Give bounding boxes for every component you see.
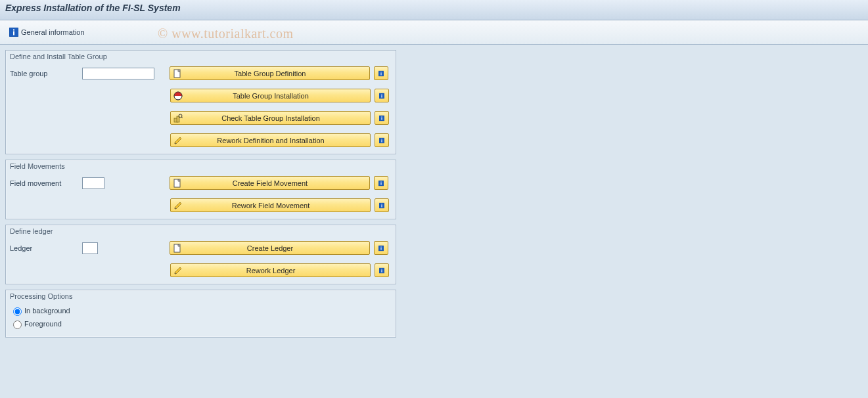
foreground-radio[interactable] bbox=[13, 321, 22, 329]
create-field-movement-info-button[interactable] bbox=[374, 176, 388, 190]
table-group-installation-info-button[interactable] bbox=[375, 89, 389, 102]
group-title: Processing Options bbox=[6, 290, 396, 304]
button-label: Create Field Movement bbox=[185, 179, 369, 187]
button-label: Create Ledger bbox=[185, 244, 369, 252]
button-label: Rework Definition and Installation bbox=[186, 137, 370, 144]
info-icon bbox=[9, 28, 18, 37]
group-define-ledger: Define ledger Ledger Create Ledger Rewor… bbox=[5, 225, 396, 284]
pencil-icon bbox=[171, 264, 186, 276]
general-information-label: General information bbox=[21, 28, 85, 36]
pencil-icon bbox=[171, 134, 186, 146]
check-table-group-installation-button[interactable]: Check Table Group Installation bbox=[170, 111, 371, 125]
new-document-icon bbox=[170, 67, 185, 79]
check-icon bbox=[171, 112, 186, 124]
group-processing-options: Processing Options In background Foregro… bbox=[5, 290, 396, 338]
info-icon bbox=[379, 201, 384, 210]
table-group-definition-info-button[interactable] bbox=[374, 66, 388, 80]
ledger-label: Ledger bbox=[10, 244, 82, 252]
group-title: Define ledger bbox=[6, 225, 396, 239]
group-title: Field Movements bbox=[6, 160, 396, 174]
rework-ledger-button[interactable]: Rework Ledger bbox=[170, 263, 371, 277]
info-icon bbox=[378, 69, 384, 78]
table-group-definition-button[interactable]: Table Group Definition bbox=[170, 66, 370, 80]
create-ledger-info-button[interactable] bbox=[374, 241, 388, 255]
new-document-icon bbox=[170, 242, 185, 254]
new-document-icon bbox=[170, 177, 185, 189]
button-label: Rework Field Movement bbox=[186, 202, 370, 210]
in-background-label[interactable]: In background bbox=[24, 307, 70, 315]
table-group-label: Table group bbox=[10, 70, 82, 77]
rework-field-movement-info-button[interactable] bbox=[375, 198, 389, 212]
button-label: Table Group Definition bbox=[185, 70, 369, 77]
info-icon bbox=[378, 244, 384, 253]
create-field-movement-button[interactable]: Create Field Movement bbox=[170, 176, 370, 190]
field-movement-input[interactable] bbox=[82, 177, 104, 189]
table-group-input[interactable] bbox=[82, 68, 154, 79]
group-field-movements: Field Movements Field movement Create Fi… bbox=[5, 160, 396, 219]
rework-ledger-info-button[interactable] bbox=[375, 263, 389, 277]
info-icon bbox=[378, 179, 384, 188]
group-define-install-table-group: Define and Install Table Group Table gro… bbox=[5, 50, 396, 154]
app-toolbar: General information bbox=[0, 20, 868, 45]
button-label: Table Group Installation bbox=[186, 92, 370, 100]
button-label: Rework Ledger bbox=[186, 267, 370, 275]
info-icon bbox=[379, 91, 384, 100]
rework-definition-installation-info-button[interactable] bbox=[375, 133, 389, 147]
info-icon bbox=[379, 266, 384, 275]
content-area: Define and Install Table Group Table gro… bbox=[0, 45, 401, 348]
foreground-label[interactable]: Foreground bbox=[24, 320, 62, 328]
check-table-group-installation-info-button[interactable] bbox=[375, 111, 389, 125]
info-icon bbox=[379, 136, 384, 145]
field-movement-label: Field movement bbox=[10, 179, 82, 187]
page-title: Express Installation of the FI-SL System bbox=[0, 0, 868, 20]
button-label: Check Table Group Installation bbox=[186, 114, 370, 122]
create-ledger-button[interactable]: Create Ledger bbox=[170, 241, 370, 255]
info-icon bbox=[379, 114, 384, 123]
table-group-installation-button[interactable]: Table Group Installation bbox=[170, 89, 371, 102]
pencil-icon bbox=[171, 199, 186, 211]
rework-definition-installation-button[interactable]: Rework Definition and Installation bbox=[170, 133, 371, 147]
general-information-button[interactable]: General information bbox=[5, 26, 89, 39]
globe-icon bbox=[171, 89, 186, 102]
group-title: Define and Install Table Group bbox=[6, 51, 396, 64]
in-background-radio[interactable] bbox=[13, 307, 22, 316]
rework-field-movement-button[interactable]: Rework Field Movement bbox=[170, 198, 371, 212]
ledger-input[interactable] bbox=[82, 242, 98, 254]
